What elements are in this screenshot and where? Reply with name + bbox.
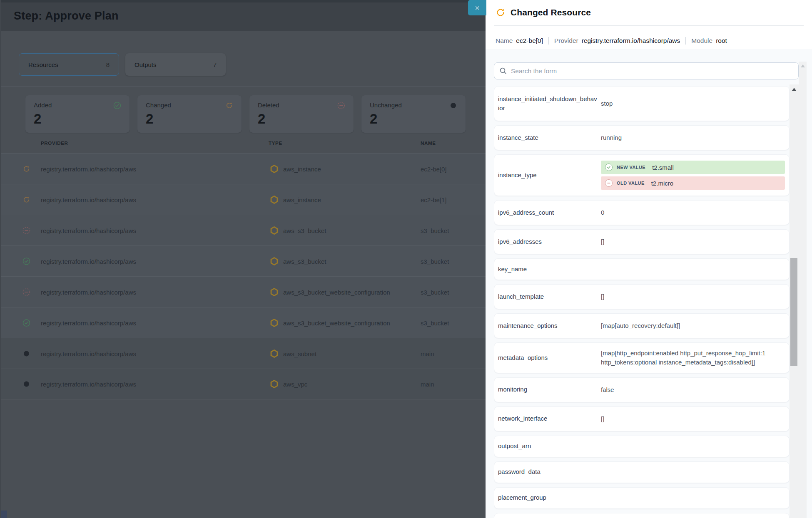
attribute-value: [] (601, 292, 783, 301)
attribute-key: instance_state (498, 133, 598, 143)
new-value: t2.small (652, 164, 674, 171)
attribute-row: maintenance_options [map[auto_recovery:d… (494, 313, 790, 338)
drawer-body: instance_initiated_shutdown_behavior sto… (486, 49, 812, 518)
attribute-key: monitoring (498, 385, 598, 394)
drawer-header: Changed Resource Name ec2-be[0] Provider… (486, 0, 812, 49)
changed-resource-drawer: Changed Resource Name ec2-be[0] Provider… (486, 0, 812, 518)
attribute-row: ipv6_address_count 0 (494, 200, 790, 225)
modal-scrim[interactable] (0, 0, 486, 518)
attribute-key: metadata_options (498, 353, 598, 363)
meta-item: Module root (685, 37, 727, 45)
attribute-row: network_interface [] (494, 406, 790, 431)
attribute-row: ipv6_addresses [] (494, 229, 790, 254)
meta-item: Provider registry.terraform.io/hashicorp… (548, 37, 680, 45)
search-input[interactable] (494, 62, 799, 79)
attribute-row: outpost_arn (494, 436, 790, 457)
attribute-value: running (601, 133, 783, 142)
meta-value: ec2-be[0] (516, 37, 543, 45)
resource-meta: Name ec2-be[0] Provider registry.terrafo… (496, 32, 727, 49)
attribute-row-partial (494, 513, 790, 518)
attribute-diff: NEW VALUE t2.small OLD VALUE t2.micro (601, 161, 785, 190)
attribute-row: monitoring false (494, 377, 790, 402)
old-value: t2.micro (651, 180, 673, 187)
old-value-label: OLD VALUE (617, 181, 645, 186)
close-drawer-button[interactable]: × (468, 0, 486, 15)
attribute-value: [] (601, 414, 783, 424)
attribute-key: placement_group (498, 493, 598, 503)
old-value-pill: OLD VALUE t2.micro (601, 176, 785, 190)
attribute-key: outpost_arn (498, 441, 598, 451)
changed-resource-icon (496, 7, 506, 17)
drawer-scrollbar[interactable] (799, 62, 807, 518)
attribute-row: password_data (494, 461, 790, 483)
drawer-title: Changed Resource (511, 7, 591, 17)
attribute-row: instance_type NEW VALUE t2.small (494, 154, 790, 196)
new-value-label: NEW VALUE (617, 165, 645, 170)
attribute-row: launch_template [] (494, 284, 790, 309)
minus-circle-icon (605, 179, 613, 187)
attribute-value: 0 (601, 208, 783, 217)
attribute-value: [map[auto_recovery:default]] (601, 321, 783, 330)
attribute-row: instance_initiated_shutdown_behavior sto… (494, 86, 790, 121)
attribute-row: placement_group (494, 487, 790, 509)
scroll-up-icon[interactable] (792, 88, 796, 91)
check-circle-icon (605, 164, 613, 171)
meta-item: Name ec2-be[0] (496, 37, 543, 45)
divider (494, 25, 804, 26)
attribute-key: network_interface (498, 414, 598, 424)
meta-label: Provider (554, 37, 578, 45)
attribute-value: false (601, 385, 783, 394)
attribute-row: key_name (494, 258, 790, 280)
attribute-key: launch_template (498, 292, 598, 302)
scrollbar-thumb[interactable] (790, 258, 797, 366)
attribute-key: key_name (498, 265, 598, 274)
attribute-key: password_data (498, 467, 598, 477)
attribute-key: instance_initiated_shutdown_behavior (498, 94, 598, 113)
attribute-key: ipv6_address_count (498, 208, 598, 218)
attribute-value: [map[http_endpoint:enabled http_put_resp… (601, 349, 783, 367)
scroll-up-icon[interactable] (801, 64, 805, 67)
meta-value: registry.terraform.io/hashicorp/aws (582, 37, 680, 45)
new-value-pill: NEW VALUE t2.small (601, 161, 785, 174)
close-icon: × (475, 3, 480, 12)
meta-value: root (716, 37, 727, 45)
attribute-row: instance_state running (494, 125, 790, 150)
attribute-key: ipv6_addresses (498, 237, 598, 247)
attribute-value: [] (601, 237, 783, 246)
attribute-list: instance_initiated_shutdown_behavior sto… (494, 86, 790, 518)
meta-label: Module (691, 37, 712, 45)
attribute-value: stop (601, 99, 783, 108)
screen: Step: Approve Plan Resources 8 Outputs 7… (0, 0, 812, 518)
attribute-key: instance_type (498, 171, 598, 180)
meta-label: Name (496, 37, 513, 45)
list-scrollbar[interactable] (790, 84, 799, 518)
attribute-row: metadata_options [map[http_endpoint:enab… (494, 342, 790, 373)
attribute-key: maintenance_options (498, 321, 598, 331)
